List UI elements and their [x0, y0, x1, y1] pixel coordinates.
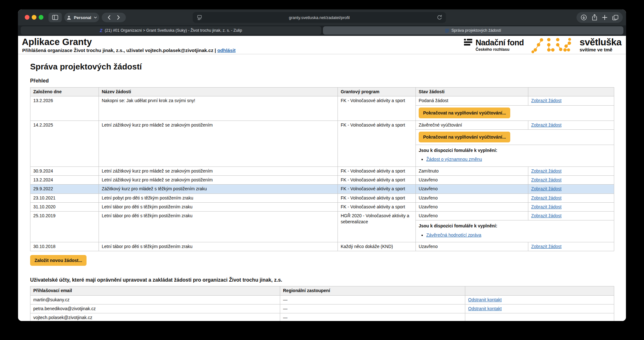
- application-name-cell: Letní tábor pro děti s těžkým postižením…: [99, 212, 338, 242]
- application-date-cell: 31.10.2020: [30, 202, 99, 211]
- remove-contact-link[interactable]: Odstranit kontakt: [468, 297, 502, 302]
- ceskeho-rozhlasu-text: Českého rozhlasu: [475, 47, 524, 52]
- application-action-cell: Zobrazit žádost: [528, 202, 614, 211]
- view-application-link[interactable]: Zobrazit žádost: [531, 195, 562, 200]
- cro-favicon: [445, 29, 449, 33]
- tab-granty-label: Správa projektových žádostí: [451, 28, 501, 33]
- user-region-cell: —: [280, 304, 465, 313]
- user-action-cell: Odstranit kontakt: [465, 295, 614, 304]
- zoom-window-button[interactable]: [39, 15, 43, 20]
- application-row: 13.2.2024Letní zážitkový kurz pro mládež…: [30, 175, 614, 184]
- nadacni-fond-logo: Nadační fond Českého rozhlasu: [464, 39, 524, 52]
- application-status-cell: Zamítnuto: [416, 167, 528, 175]
- history-nav: [102, 13, 126, 22]
- view-application-link[interactable]: Zobrazit žádost: [531, 98, 562, 103]
- user-action-cell: [465, 313, 614, 321]
- view-application-link[interactable]: Zobrazit žádost: [531, 244, 562, 249]
- application-program-cell: FK - Volnočasové aktivity a sport: [338, 121, 416, 167]
- users-heading: Uživatelské účty, které mají oprávnění u…: [30, 277, 614, 283]
- application-row: 30.10.2018Letní tábor pro děti s těžkým …: [30, 242, 614, 251]
- application-row: 30.9.2024Letní zážitkový kurz pro mládež…: [30, 167, 614, 175]
- back-icon[interactable]: [107, 15, 111, 20]
- application-program-cell: FK - Volnočasové aktivity a sport: [338, 185, 416, 193]
- application-program-cell: FK - Volnočasové aktivity a sport: [338, 193, 416, 202]
- application-date-cell: 25.10.2019: [30, 212, 99, 242]
- application-forms-cell: Jsou k dispozici fomuláře k vyplnění:Žád…: [416, 145, 614, 167]
- share-icon[interactable]: [591, 14, 598, 21]
- reload-icon[interactable]: [437, 15, 442, 20]
- forms-available-heading: Jsou k dispozici fomuláře k vyplnění:: [419, 147, 611, 154]
- logout-link[interactable]: odhlásit: [217, 48, 236, 53]
- application-date-cell: 30.9.2024: [30, 167, 99, 175]
- application-date-cell: 30.10.2018: [30, 242, 99, 251]
- form-link[interactable]: Žádost o významnou změnu: [426, 157, 482, 162]
- form-link[interactable]: Závěrečná hodnotící zpráva: [426, 232, 481, 238]
- application-status-cell: Uzavřeno: [416, 212, 528, 220]
- page-content: Aplikace Granty Přihlášená organizace Ži…: [18, 36, 626, 321]
- application-program-cell: Každý něco dokáže (KND): [338, 242, 416, 251]
- application-date-cell: 14.2.2025: [30, 121, 99, 167]
- tab-zulip[interactable]: Z (21) #01 Organizacni > Grant Svetluska…: [21, 26, 321, 35]
- application-status-cell: Uzavřeno: [416, 202, 528, 211]
- col-regional-office: Regionální zastoupení: [280, 286, 465, 295]
- remove-contact-link[interactable]: Odstranit kontakt: [468, 306, 502, 311]
- application-status-cell: Uzavřeno: [416, 175, 528, 184]
- tab-overview-icon[interactable]: [612, 15, 619, 21]
- application-action-cell: Zobrazit žádost: [528, 212, 614, 220]
- view-application-link[interactable]: Zobrazit žádost: [531, 186, 562, 191]
- forms-list-item: Závěrečná hodnotící zpráva: [426, 232, 611, 238]
- chevron-down-icon: [94, 16, 97, 19]
- close-window-button[interactable]: [25, 15, 29, 20]
- nadacni-fond-text: Nadační fond: [475, 39, 524, 47]
- user-email-cell: petra.benedikova@zivotjinak.cz: [30, 304, 280, 313]
- forms-list-item: Žádost o významnou změnu: [426, 156, 611, 162]
- new-tab-icon[interactable]: [602, 15, 608, 20]
- view-application-link[interactable]: Zobrazit žádost: [531, 213, 562, 218]
- browser-toolbar: Personal granty.svetluska.net/zadatel/pr…: [18, 10, 626, 25]
- view-application-link[interactable]: Zobrazit žádost: [531, 122, 562, 128]
- user-email-cell: vojtech.polasek@zivotjinak.cz: [30, 313, 280, 321]
- address-bar[interactable]: granty.svetluska.net/zadatel/profil: [193, 12, 446, 23]
- user-row: vojtech.polasek@zivotjinak.cz—: [30, 313, 614, 321]
- users-table: Přihlašovací email Regionální zastoupení…: [30, 286, 614, 321]
- login-info: Přihlášená organizace Život trochu jinak…: [22, 48, 235, 53]
- user-region-cell: —: [280, 295, 465, 304]
- col-grant-program: Grantový program: [338, 88, 416, 96]
- browser-window: Personal granty.svetluska.net/zadatel/pr…: [18, 10, 626, 321]
- col-status: Stav žádosti: [416, 88, 528, 96]
- header-logos: Nadační fond Českého rozhlasu: [464, 36, 621, 54]
- applications-table-body: 13.2.2026Nakopni se: Jak udělat první kr…: [30, 96, 614, 251]
- applications-table-header-row: Založeno dne Název žádosti Grantový prog…: [30, 88, 614, 96]
- forms-available-heading: Jsou k dispozici fomuláře k vyplnění:: [419, 223, 611, 229]
- application-name-cell: Letní tábor pro děti s těžkým postižením…: [99, 202, 338, 211]
- tab-granty-active[interactable]: Správa projektových žádostí: [323, 26, 624, 35]
- view-application-link[interactable]: Zobrazit žádost: [531, 204, 562, 209]
- cesky-rozhlas-icon: [464, 39, 473, 46]
- application-name-cell: Letní zážitkový kurz pro mládež se zrako…: [99, 175, 338, 184]
- svetluska-constellation-icon: [531, 37, 572, 53]
- application-action-cell: Zobrazit žádost: [528, 121, 614, 129]
- forms-list: Žádost o významnou změnu: [426, 156, 611, 162]
- svitime-ve-tme-text: svítíme ve tmě: [580, 47, 621, 52]
- url-text: granty.svetluska.net/zadatel/profil: [193, 15, 446, 20]
- application-action-cell: Zobrazit žádost: [528, 185, 614, 193]
- forward-icon[interactable]: [117, 15, 120, 20]
- continue-settlement-button[interactable]: Pokračovat na vyplňování vyúčtování...: [419, 108, 510, 118]
- app-title: Aplikace Granty: [22, 37, 92, 47]
- application-row: 29.9.2022Zážitkový kurz pro mládež s těž…: [30, 185, 614, 193]
- downloads-icon[interactable]: [581, 14, 587, 21]
- zulip-icon: Z: [100, 28, 103, 33]
- application-status-cell: Uzavřeno: [416, 185, 528, 193]
- application-program-cell: FK - Volnočasové aktivity a sport: [338, 96, 416, 121]
- profile-switcher[interactable]: Personal: [64, 13, 99, 22]
- sidebar-toggle-button[interactable]: [48, 13, 62, 22]
- minimize-window-button[interactable]: [32, 15, 36, 20]
- new-application-button[interactable]: Založit novou žádost...: [30, 255, 87, 266]
- view-application-link[interactable]: Zobrazit žádost: [531, 168, 562, 173]
- user-action-cell: Odstranit kontakt: [465, 304, 614, 313]
- application-action-cell: Zobrazit žádost: [528, 167, 614, 175]
- application-row: 14.2.2025Letní zážitkový kurz pro mládež…: [30, 121, 614, 129]
- continue-settlement-button[interactable]: Pokračovat na vyplňování vyúčtování...: [419, 132, 510, 142]
- view-application-link[interactable]: Zobrazit žádost: [531, 177, 562, 182]
- application-name-cell: Letní pobyt pro děti s těžkým postižením…: [99, 193, 338, 202]
